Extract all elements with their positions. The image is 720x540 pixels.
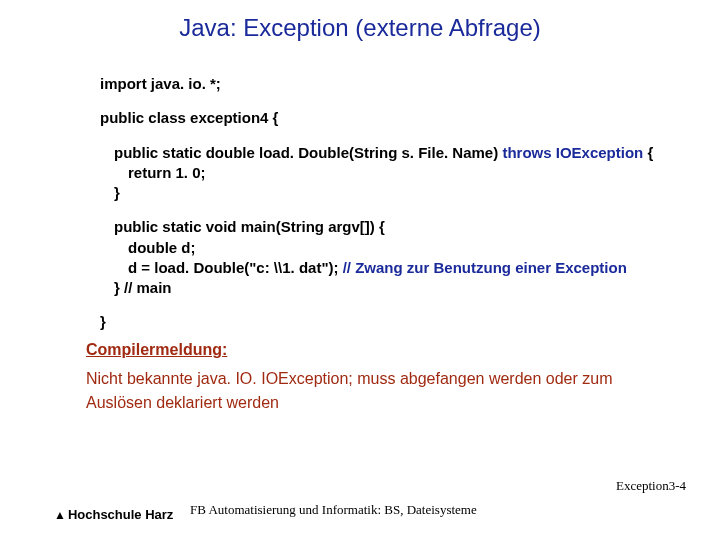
code-import: import java. io. *;: [100, 74, 680, 94]
m2-l1: double d;: [100, 238, 680, 258]
m2-l2-comment: // Zwang zur Benutzung einer Exception: [343, 259, 627, 276]
m1-body: return 1. 0;: [100, 163, 680, 183]
compiler-label: Compilermeldung:: [86, 339, 680, 361]
code-method1: public static double load. Double(String…: [100, 143, 680, 204]
m1-sig-throws: throws IOException: [498, 144, 647, 161]
footer-text: FB Automatisierung und Informatik: BS, D…: [190, 502, 477, 518]
code-class-close: }: [100, 312, 680, 332]
page-number: Exception3-4: [616, 478, 686, 494]
compiler-msg-2: Auslösen deklariert werden: [86, 392, 680, 414]
logo: ▲Hochschule Harz: [54, 507, 173, 522]
code-method2: public static void main(String argv[]) {…: [100, 217, 680, 298]
compiler-msg-1: Nicht bekannte java. IO. IOException; mu…: [86, 368, 680, 390]
slide: Java: Exception (externe Abfrage) import…: [0, 0, 720, 540]
logo-icon: ▲: [54, 508, 66, 522]
m1-close: }: [100, 183, 680, 203]
m1-sig-pre: public static double load. Double(String…: [114, 144, 498, 161]
slide-body: import java. io. *; public class excepti…: [100, 74, 680, 413]
m2-sig: public static void main(String argv[]) {: [100, 217, 680, 237]
m2-l2-pre: d = load. Double("c: \\1. dat");: [128, 259, 343, 276]
m1-sig-post: {: [647, 144, 653, 161]
m2-close: } // main: [100, 278, 680, 298]
code-class-decl: public class exception4 {: [100, 108, 680, 128]
logo-text: Hochschule Harz: [68, 507, 173, 522]
slide-title: Java: Exception (externe Abfrage): [0, 14, 720, 42]
